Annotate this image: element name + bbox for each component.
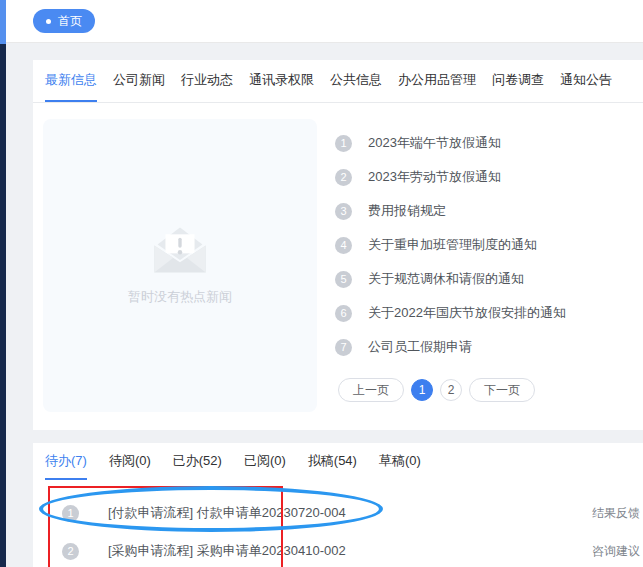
- prev-page-button[interactable]: 上一页: [338, 378, 404, 402]
- pagination: 上一页 1 2 下一页: [338, 378, 535, 402]
- empty-state-text: 暂时没有热点新闻: [128, 288, 232, 306]
- notice-row[interactable]: 6 关于2022年国庆节放假安排的通知: [335, 296, 566, 330]
- notice-title[interactable]: 费用报销规定: [368, 202, 446, 220]
- todo-row-payment[interactable]: 1 [付款申请流程] 付款申请单20230720-004 结果反馈: [33, 494, 643, 532]
- tab-drafts[interactable]: 草稿(0): [379, 443, 421, 480]
- notice-row[interactable]: 5 关于规范调休和请假的通知: [335, 262, 566, 296]
- tab-latest-info[interactable]: 最新信息: [45, 60, 97, 102]
- notice-index-badge: 6: [335, 305, 352, 322]
- next-page-button[interactable]: 下一页: [469, 378, 535, 402]
- tab-office-supplies[interactable]: 办公用品管理: [398, 60, 476, 102]
- tab-notice-announcement[interactable]: 通知公告: [560, 60, 612, 102]
- notice-row[interactable]: 2 2023年劳动节放假通知: [335, 160, 566, 194]
- notice-index-badge: 7: [335, 339, 352, 356]
- tab-questionnaire[interactable]: 问卷调查: [492, 60, 544, 102]
- home-tab-dot-icon: [46, 19, 51, 24]
- hot-news-empty-panel: 暂时没有热点新闻: [43, 119, 317, 412]
- todo-index-badge: 2: [62, 543, 79, 560]
- todo-category-label: 咨询建议: [592, 543, 640, 560]
- todo-category-label: 结果反馈: [592, 505, 640, 522]
- notice-index-badge: 2: [335, 169, 352, 186]
- notice-title[interactable]: 2023年劳动节放假通知: [368, 168, 501, 186]
- tab-done[interactable]: 已办(52): [173, 443, 222, 480]
- notice-index-badge: 5: [335, 271, 352, 288]
- tab-todo[interactable]: 待办(7): [45, 443, 87, 480]
- news-tab-bar: 最新信息 公司新闻 行业动态 通讯录权限 公共信息 办公用品管理 问卷调查 通知…: [33, 60, 643, 103]
- tab-company-news[interactable]: 公司新闻: [113, 60, 165, 102]
- todo-list: 1 [付款申请流程] 付款申请单20230720-004 结果反馈 2 [采购申…: [33, 494, 643, 567]
- page-2-button[interactable]: 2: [440, 379, 462, 401]
- notice-row[interactable]: 1 2023年端午节放假通知: [335, 126, 566, 160]
- notice-list: 1 2023年端午节放假通知 2 2023年劳动节放假通知 3 费用报销规定 4…: [335, 126, 566, 364]
- notice-title[interactable]: 关于重申加班管理制度的通知: [368, 236, 537, 254]
- tab-read[interactable]: 已阅(0): [244, 443, 286, 480]
- notice-row[interactable]: 4 关于重申加班管理制度的通知: [335, 228, 566, 262]
- tab-drafting[interactable]: 拟稿(54): [308, 443, 357, 480]
- notice-title[interactable]: 2023年端午节放假通知: [368, 134, 501, 152]
- tab-industry-trends[interactable]: 行业动态: [181, 60, 233, 102]
- tasks-tab-bar: 待办(7) 待阅(0) 已办(52) 已阅(0) 拟稿(54) 草稿(0): [33, 443, 643, 480]
- notice-index-badge: 4: [335, 237, 352, 254]
- page-1-button[interactable]: 1: [411, 379, 433, 401]
- collapsed-sidebar-strip: [0, 44, 6, 567]
- top-tab-bar: 首页: [6, 0, 643, 43]
- tasks-card: 待办(7) 待阅(0) 已办(52) 已阅(0) 拟稿(54) 草稿(0) 1 …: [33, 443, 643, 567]
- news-card: 最新信息 公司新闻 行业动态 通讯录权限 公共信息 办公用品管理 问卷调查 通知…: [33, 60, 643, 430]
- notice-row[interactable]: 3 费用报销规定: [335, 194, 566, 228]
- empty-mail-icon: [152, 226, 208, 274]
- notice-index-badge: 1: [335, 135, 352, 152]
- todo-index-badge: 1: [62, 505, 79, 522]
- tab-contacts-permission[interactable]: 通讯录权限: [249, 60, 314, 102]
- tab-public-info[interactable]: 公共信息: [330, 60, 382, 102]
- notice-row[interactable]: 7 公司员工假期申请: [335, 330, 566, 364]
- tab-to-read[interactable]: 待阅(0): [109, 443, 151, 480]
- todo-title[interactable]: [付款申请流程] 付款申请单20230720-004: [108, 504, 563, 522]
- notice-title[interactable]: 公司员工假期申请: [368, 338, 472, 356]
- notice-index-badge: 3: [335, 203, 352, 220]
- home-tab[interactable]: 首页: [33, 9, 95, 33]
- todo-title[interactable]: [采购申请流程] 采购申请单20230410-002: [108, 542, 563, 560]
- todo-row-purchase[interactable]: 2 [采购申请流程] 采购申请单20230410-002 咨询建议: [33, 532, 643, 567]
- notice-title[interactable]: 关于2022年国庆节放假安排的通知: [368, 304, 566, 322]
- home-tab-label: 首页: [58, 13, 82, 30]
- notice-title[interactable]: 关于规范调休和请假的通知: [368, 270, 524, 288]
